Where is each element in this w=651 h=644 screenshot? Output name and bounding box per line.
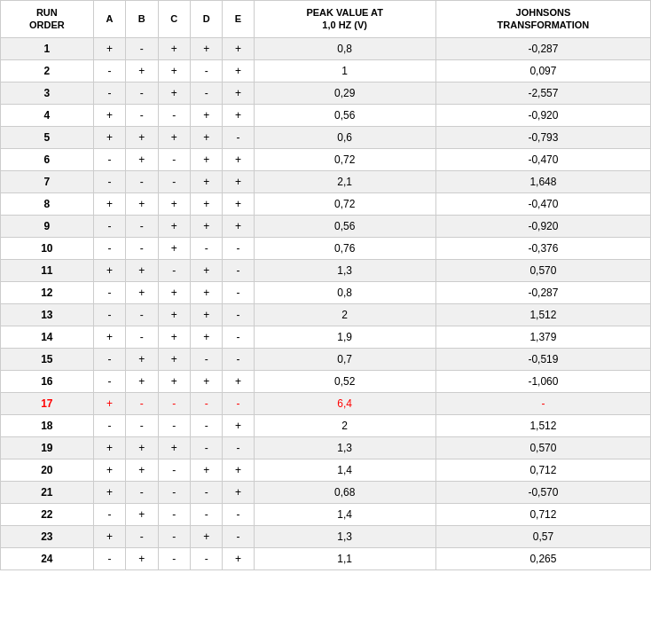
col-c: +	[158, 348, 190, 370]
johnson-value: 0,265	[435, 547, 650, 569]
johnson-value: -0,920	[435, 215, 650, 237]
col-e: -	[223, 326, 254, 348]
johnson-value: 1,379	[435, 326, 650, 348]
johnson-value: 0,097	[435, 59, 650, 82]
col-b: -	[126, 37, 158, 59]
col-d: -	[190, 481, 222, 503]
col-b: +	[126, 126, 158, 148]
peak-value: 1,9	[254, 326, 435, 348]
table-row: 4+--++0,56-0,920	[1, 104, 651, 126]
col-d: +	[190, 215, 222, 237]
col-b: -	[126, 414, 158, 436]
col-a: -	[93, 547, 125, 569]
peak-value: 0,56	[254, 104, 435, 126]
run-order-cell: 20	[1, 459, 94, 481]
col-a: -	[93, 82, 125, 104]
col-d: +	[190, 326, 222, 348]
col-e: +	[223, 148, 254, 170]
col-d: +	[190, 525, 222, 547]
run-order-cell: 5	[1, 126, 94, 148]
col-b: -	[126, 170, 158, 192]
header-run-order: RUNORDER	[1, 1, 94, 38]
johnson-value: -0,793	[435, 126, 650, 148]
header-b: B	[126, 1, 158, 38]
johnson-value: 0,57	[435, 525, 650, 547]
run-order-cell: 18	[1, 414, 94, 436]
col-d: -	[190, 59, 222, 82]
col-e: -	[223, 436, 254, 459]
col-a: -	[93, 303, 125, 326]
table-row: 7---++2,11,648	[1, 170, 651, 192]
col-b: -	[126, 215, 158, 237]
table-row: 12-+++-0,8-0,287	[1, 281, 651, 303]
header-e: E	[223, 1, 254, 38]
col-e: -	[223, 126, 254, 148]
data-table: RUNORDER A B C D E PEAK VALUE AT1,0 HZ (…	[0, 0, 651, 570]
col-e: +	[223, 37, 254, 59]
col-c: +	[158, 303, 190, 326]
col-d: +	[190, 126, 222, 148]
col-c: +	[158, 370, 190, 392]
run-order-cell: 11	[1, 259, 94, 281]
col-e: -	[223, 503, 254, 525]
peak-value: 0,29	[254, 82, 435, 104]
run-order-cell: 21	[1, 481, 94, 503]
header-d: D	[190, 1, 222, 38]
col-e: +	[223, 104, 254, 126]
peak-value: 2	[254, 414, 435, 436]
johnson-value: 0,570	[435, 259, 650, 281]
col-c: +	[158, 59, 190, 82]
peak-value: 0,72	[254, 192, 435, 215]
col-b: -	[126, 326, 158, 348]
table-row: 17+----6,4-	[1, 392, 651, 414]
col-e: +	[223, 414, 254, 436]
col-d: +	[190, 170, 222, 192]
col-e: -	[223, 348, 254, 370]
col-c: +	[158, 326, 190, 348]
col-c: -	[158, 392, 190, 414]
table-row: 21+---+0,68-0,570	[1, 481, 651, 503]
johnson-value: -	[435, 392, 650, 414]
col-b: +	[126, 59, 158, 82]
run-order-cell: 4	[1, 104, 94, 126]
peak-value: 1,3	[254, 259, 435, 281]
col-b: -	[126, 104, 158, 126]
peak-value: 2,1	[254, 170, 435, 192]
col-d: +	[190, 303, 222, 326]
table-row: 19+++--1,30,570	[1, 436, 651, 459]
col-d: +	[190, 148, 222, 170]
col-d: -	[190, 436, 222, 459]
col-c: +	[158, 192, 190, 215]
johnson-value: -0,920	[435, 104, 650, 126]
col-a: -	[93, 414, 125, 436]
table-row: 15-++--0,7-0,519	[1, 348, 651, 370]
peak-value: 0,76	[254, 237, 435, 259]
col-c: +	[158, 237, 190, 259]
table-row: 24-+--+1,10,265	[1, 547, 651, 569]
col-c: +	[158, 436, 190, 459]
run-order-cell: 9	[1, 215, 94, 237]
col-e: -	[223, 525, 254, 547]
run-order-cell: 10	[1, 237, 94, 259]
johnson-value: -0,376	[435, 237, 650, 259]
col-b: +	[126, 547, 158, 569]
col-d: -	[190, 414, 222, 436]
run-order-cell: 19	[1, 436, 94, 459]
col-b: +	[126, 348, 158, 370]
johnson-value: -0,470	[435, 192, 650, 215]
col-d: +	[190, 259, 222, 281]
run-order-cell: 8	[1, 192, 94, 215]
peak-value: 0,6	[254, 126, 435, 148]
peak-value: 1,3	[254, 436, 435, 459]
run-order-cell: 2	[1, 59, 94, 82]
col-a: +	[93, 259, 125, 281]
col-b: +	[126, 192, 158, 215]
table-row: 1+-+++0,8-0,287	[1, 37, 651, 59]
col-c: +	[158, 126, 190, 148]
col-c: -	[158, 148, 190, 170]
col-d: +	[190, 104, 222, 126]
col-d: +	[190, 459, 222, 481]
col-a: +	[93, 104, 125, 126]
col-a: +	[93, 37, 125, 59]
col-d: -	[190, 348, 222, 370]
